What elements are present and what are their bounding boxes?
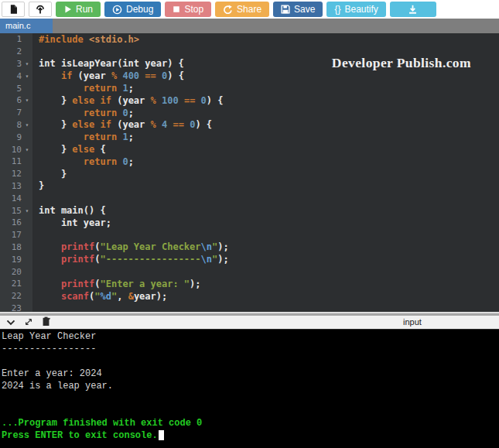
text-cursor xyxy=(159,430,164,440)
braces-icon: {} xyxy=(334,2,340,17)
gutter: 16 xyxy=(0,217,32,229)
watermark: Developer Publish.com xyxy=(332,55,471,71)
gutter: 9 xyxy=(0,131,32,143)
upload-button[interactable] xyxy=(29,2,52,17)
run-label: Run xyxy=(76,2,93,17)
line-number: 9 xyxy=(0,132,22,142)
console-line xyxy=(2,355,499,368)
share-button[interactable]: Share xyxy=(215,2,269,17)
line-number: 16 xyxy=(0,217,22,227)
code-text: int main() { xyxy=(32,205,106,216)
collapse-console-button[interactable] xyxy=(6,316,15,330)
stop-label: Stop xyxy=(184,2,203,17)
console-line: ----------------- xyxy=(2,343,499,355)
share-label: Share xyxy=(237,2,261,17)
gutter: 3▾ xyxy=(0,58,32,70)
code-line: 19 printf("-----------------\n"); xyxy=(0,253,499,265)
fold-toggle-icon[interactable]: ▾ xyxy=(22,97,32,104)
gutter: 20 xyxy=(0,265,32,278)
gutter: 22 xyxy=(0,290,32,303)
upload-icon xyxy=(35,5,46,15)
code-text: } else if (year % 4 == 0) { xyxy=(32,119,212,130)
share-icon xyxy=(223,5,233,15)
save-icon xyxy=(281,5,290,14)
code-text: int year; xyxy=(32,217,111,228)
code-text: printf("Leap Year Checker\n"); xyxy=(32,241,229,252)
console-output[interactable]: Leap Year Checker-----------------Enter … xyxy=(0,330,499,448)
line-number: 10 xyxy=(0,145,22,155)
line-number: 20 xyxy=(0,267,22,277)
code-text: if (year % 400 == 0) { xyxy=(32,70,184,81)
console-toolbar: input xyxy=(0,316,499,330)
fold-toggle-icon[interactable]: ▾ xyxy=(22,146,32,153)
code-line: 9 return 1; xyxy=(0,131,499,143)
input-label[interactable]: input xyxy=(403,317,422,327)
run-button[interactable]: Run xyxy=(56,2,101,17)
code-editor[interactable]: 1#include <stdio.h>23▾int isLeapYear(int… xyxy=(0,33,499,312)
chevron-down-icon xyxy=(6,316,15,330)
code-line: 18 printf("Leap Year Checker\n"); xyxy=(0,241,499,254)
save-label: Save xyxy=(294,2,315,17)
code-line: 11 return 0; xyxy=(0,156,499,168)
gutter: 23 xyxy=(0,303,32,312)
code-text: printf("Enter a year: "); xyxy=(32,279,201,289)
download-icon xyxy=(408,5,418,15)
code-text: return 1; xyxy=(32,132,134,142)
line-number: 3 xyxy=(0,59,22,69)
fold-toggle-icon[interactable]: ▾ xyxy=(22,121,32,128)
code-line: 17 xyxy=(0,229,499,241)
line-number: 12 xyxy=(0,169,22,179)
line-number: 17 xyxy=(0,230,22,240)
code-line: 7 return 0; xyxy=(0,107,499,119)
line-number: 18 xyxy=(0,242,22,252)
code-line: 22 scanf("%d", &year); xyxy=(0,290,499,303)
debug-button[interactable]: Debug xyxy=(104,2,161,17)
gutter: 13 xyxy=(0,180,32,193)
tab-bar: main.c xyxy=(0,19,499,33)
ide-window: Run Debug Stop Share Save {} xyxy=(0,0,499,448)
fold-toggle-icon[interactable]: ▾ xyxy=(22,60,32,67)
file-icon xyxy=(9,4,19,15)
line-number: 4 xyxy=(0,71,22,81)
code-text: return 0; xyxy=(32,108,134,118)
gutter: 11 xyxy=(0,156,32,168)
stop-icon xyxy=(173,5,180,13)
fold-toggle-icon[interactable]: ▾ xyxy=(22,73,32,80)
console-line xyxy=(2,405,499,417)
code-line: 4▾ if (year % 400 == 0) { xyxy=(0,70,499,82)
console-line: Enter a year: 2024 xyxy=(2,368,499,380)
line-number: 5 xyxy=(0,84,22,94)
console-line: 2024 is a leap year. xyxy=(2,380,499,392)
tab-main-c[interactable]: main.c xyxy=(0,19,53,33)
code-text: } xyxy=(32,169,67,180)
fold-toggle-icon[interactable]: ▾ xyxy=(22,207,32,214)
line-number: 1 xyxy=(0,34,22,44)
console-line xyxy=(2,392,499,405)
code-text: } else { xyxy=(32,144,106,155)
code-line: 23 xyxy=(0,303,499,312)
stop-button[interactable]: Stop xyxy=(165,2,211,17)
paste-input-button[interactable] xyxy=(42,316,50,330)
expand-console-button[interactable] xyxy=(24,316,33,330)
beautify-button[interactable]: {} Beautify xyxy=(326,2,385,17)
code-line: 1#include <stdio.h> xyxy=(0,33,499,46)
new-file-button[interactable] xyxy=(2,2,25,17)
gutter: 1 xyxy=(0,33,32,46)
gutter: 21 xyxy=(0,278,32,290)
line-number: 2 xyxy=(0,46,22,56)
code-text: return 0; xyxy=(32,156,134,167)
gutter: 5 xyxy=(0,82,32,94)
save-button[interactable]: Save xyxy=(273,2,323,17)
code-line: 13} xyxy=(0,180,499,193)
gutter: 19 xyxy=(0,253,32,265)
line-number: 11 xyxy=(0,156,22,166)
download-button[interactable] xyxy=(390,2,436,17)
console-line: ...Program finished with exit code 0 xyxy=(2,417,499,429)
code-line: 14 xyxy=(0,192,499,204)
line-number: 22 xyxy=(0,291,22,301)
line-number: 21 xyxy=(0,279,22,289)
gutter: 12 xyxy=(0,168,32,180)
line-number: 8 xyxy=(0,120,22,130)
line-number: 19 xyxy=(0,255,22,265)
gutter: 18 xyxy=(0,241,32,254)
